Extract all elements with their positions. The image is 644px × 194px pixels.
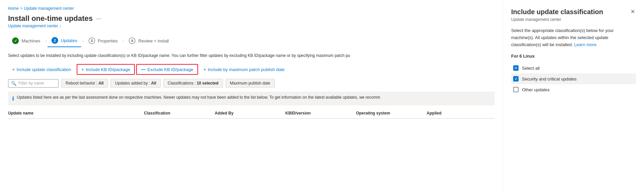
reboot-filter-label: Reboot behavior : [66, 81, 98, 86]
exclude-kb-btn[interactable]: — Exclude KB ID/package [136, 64, 198, 75]
updates-added-label: Updates added by : [115, 81, 150, 86]
info-text: Select updates to be installed by includ… [8, 53, 495, 59]
include-classification-label: Include update classification [16, 67, 71, 72]
plus-icon-3: + [203, 67, 206, 72]
page-menu-icon[interactable]: ··· [96, 15, 101, 22]
step-review-icon: 4 [129, 37, 136, 44]
search-icon: 🔍 [11, 81, 16, 86]
page-title: Install one-time updates [8, 14, 93, 23]
step-properties[interactable]: 3 Properties [84, 35, 122, 47]
step-machines[interactable]: ✓ Machines [8, 35, 44, 47]
breadcrumb: Home > Update management center [8, 6, 495, 11]
breadcrumb-update-center[interactable]: Update management center [24, 6, 74, 11]
step-updates-label: Updates [61, 38, 77, 43]
col-added-by: Added By [212, 111, 282, 116]
right-panel: ✕ Include update classification Update m… [503, 0, 644, 194]
search-input[interactable] [18, 81, 55, 86]
include-date-label: Include by maximum patch publish date [208, 67, 285, 72]
col-applied: Applied [424, 111, 495, 116]
max-publish-label: Maximum publish date [230, 81, 270, 86]
breadcrumb-sep1: > [20, 6, 23, 11]
step-review-label: Review + install [138, 38, 169, 43]
checkbox-select-all[interactable]: Select all [511, 63, 636, 73]
reboot-filter[interactable]: Reboot behavior : All [61, 79, 108, 88]
panel-close-btn[interactable]: ✕ [628, 7, 637, 16]
step-updates-icon: 2 [51, 37, 58, 44]
checkbox-other-updates[interactable]: Other updates [511, 84, 636, 95]
step-machines-label: Machines [22, 38, 40, 43]
include-date-btn[interactable]: + Include by maximum patch publish date [199, 65, 289, 74]
updates-added-value: All [151, 81, 156, 86]
check-icon: ✓ [515, 77, 518, 81]
panel-desc-text: Select the appropriate classification(s)… [511, 28, 614, 47]
section-label: For 6 Linux [511, 54, 636, 59]
col-update-name: Update name [8, 111, 141, 116]
checkbox-security-critical-label: Security and critical updates [522, 76, 577, 82]
page-subtitle[interactable]: Update management center ↓ [8, 24, 495, 28]
step-sep-3: › [122, 38, 125, 44]
wizard-steps: ✓ Machines › 2 Updates › 3 Properties › … [8, 34, 495, 47]
include-kb-btn[interactable]: + Include KB ID/package [77, 64, 135, 75]
panel-subtitle: Update management center [511, 17, 636, 22]
col-os: Operating system [353, 111, 424, 116]
step-updates[interactable]: 2 Updates [47, 34, 81, 47]
checkbox-other-updates-label: Other updates [522, 87, 550, 92]
step-properties-icon: 3 [88, 37, 95, 44]
checkbox-select-all-box [513, 65, 519, 71]
panel-description: Select the appropriate classification(s)… [511, 27, 636, 48]
updates-added-filter[interactable]: Updates added by : All [111, 79, 160, 88]
filter-search-box[interactable]: 🔍 [8, 79, 59, 88]
minus-icon: — [141, 67, 146, 72]
include-classification-btn[interactable]: + Include update classification [8, 65, 75, 74]
step-sep-1: › [44, 38, 47, 44]
info-icon: ℹ [12, 95, 14, 103]
info-banner-text: Updates listed here are as per the last … [17, 94, 380, 100]
checkbox-security-critical[interactable]: ✓ Security and critical updates [511, 73, 636, 84]
plus-icon-1: + [12, 67, 15, 72]
breadcrumb-home[interactable]: Home [8, 6, 19, 11]
plus-icon-2: + [81, 67, 84, 72]
checkbox-other-updates-box [513, 87, 519, 92]
reboot-filter-value: All [99, 81, 104, 86]
col-kbid: KBID/version [283, 111, 353, 116]
step-review[interactable]: 4 Review + install [125, 35, 173, 47]
max-publish-filter[interactable]: Maximum publish date [226, 79, 275, 88]
info-banner: ℹ Updates listed here are as per the las… [8, 92, 495, 105]
step-properties-label: Properties [98, 38, 118, 43]
col-classification: Classification [141, 111, 212, 116]
step-machines-icon: ✓ [12, 37, 19, 44]
classifications-value: 10 selected [197, 81, 219, 86]
filters-row: 🔍 Reboot behavior : All Updates added by… [8, 79, 495, 88]
indeterminate-icon [515, 68, 517, 68]
toolbar: + Include update classification + Includ… [8, 64, 495, 75]
close-icon: ✕ [631, 8, 635, 15]
checkbox-security-critical-box: ✓ [513, 76, 519, 82]
table-header: Update name Classification Added By KBID… [8, 111, 495, 119]
checkbox-select-all-label: Select all [522, 66, 540, 71]
include-kb-label: Include KB ID/package [86, 67, 130, 72]
exclude-kb-label: Exclude KB ID/package [147, 67, 193, 72]
main-content: Home > Update management center Install … [0, 0, 503, 194]
classifications-filter[interactable]: Classifications : 10 selected [163, 79, 223, 88]
panel-title: Include update classification [511, 8, 636, 16]
page-title-row: Install one-time updates ··· [8, 14, 495, 23]
classifications-label: Classifications : [168, 81, 196, 86]
learn-more-link[interactable]: Learn more [574, 42, 596, 47]
step-sep-2: › [81, 38, 84, 44]
